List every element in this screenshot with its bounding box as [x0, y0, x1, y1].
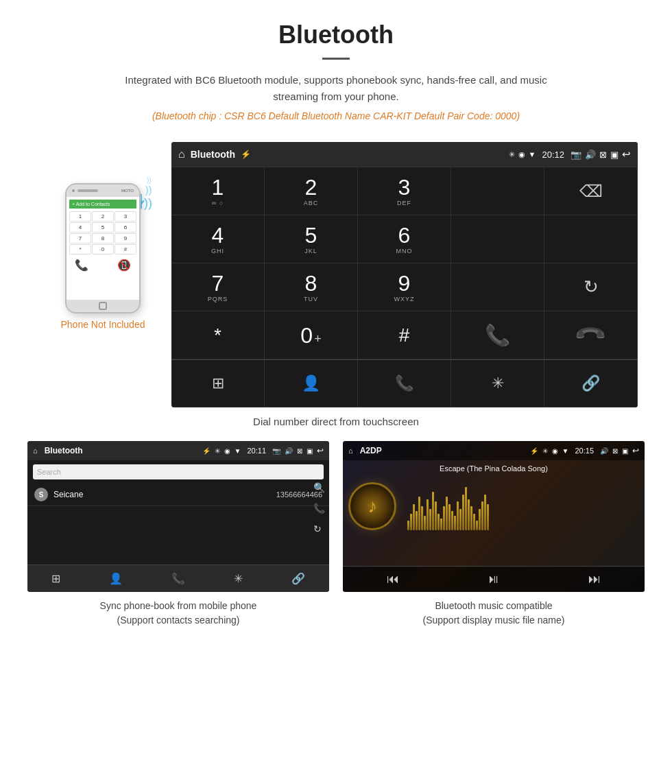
phone-key-8[interactable]: 8	[92, 233, 114, 243]
key-5[interactable]: 5 JKL	[265, 215, 358, 263]
phone-key-3[interactable]: 3	[115, 211, 136, 222]
stop-icon[interactable]: ⊠	[599, 150, 607, 160]
usb-icon: ⚡	[241, 150, 251, 159]
dial-caption: Dial number direct from touchscreen	[253, 416, 419, 427]
viz-bar	[416, 511, 418, 530]
phone-call-buttons: 📞 📵	[69, 259, 136, 272]
phone-key-star[interactable]: *	[69, 244, 91, 254]
key-8[interactable]: 8 TUV	[265, 263, 358, 311]
pb-search-icon[interactable]: 🔍	[313, 482, 325, 493]
phone-with-bt: )) )) )) ✓ ⬓ MOTO + Add to Contacts	[65, 183, 141, 313]
camera-icon[interactable]: 📷	[571, 150, 581, 160]
music-win-icon[interactable]: ▣	[622, 447, 628, 455]
pb-stop-icon[interactable]: ⊠	[297, 447, 302, 455]
viz-bar	[468, 499, 470, 531]
play-pause-btn[interactable]: ⏯	[488, 572, 500, 586]
key-7[interactable]: 7 PQRS	[171, 263, 265, 311]
bottom-contacts-icon[interactable]: 👤	[265, 359, 358, 407]
phone-key-2[interactable]: 2	[92, 211, 114, 222]
bottom-link-icon[interactable]: 🔗	[544, 359, 638, 407]
music-back-icon[interactable]: ↩	[632, 446, 639, 455]
dial-status-bar: ⌂ Bluetooth ⚡ ✳ ◉ ▼ 20:12 📷 🔊 ⊠ ▣ ↩	[171, 142, 638, 167]
viz-bar	[470, 506, 472, 530]
key-delete[interactable]: ⌫	[544, 167, 638, 215]
pb-right-icons: 🔍 📞 ↻	[313, 482, 325, 534]
status-title: Bluetooth	[191, 149, 235, 160]
header-divider	[322, 58, 350, 60]
phone-top-bar: MOTO	[67, 185, 139, 197]
phone-home-btn[interactable]	[99, 302, 107, 310]
viz-bar	[473, 514, 475, 531]
phone-end-btn[interactable]: 📵	[117, 259, 131, 272]
pb-call-icon[interactable]: 📞	[313, 503, 325, 514]
phonebook-contact-row[interactable]: S Seicane 13566664466	[27, 484, 329, 506]
pb-person-icon[interactable]: 👤	[109, 572, 123, 585]
music-mockup: ⌂ A2DP ⚡ ✳ ◉ ▼ 20:15 🔊 ⊠ ▣ ↩ Escape (The…	[343, 441, 645, 592]
pb-vol-icon[interactable]: 🔊	[285, 447, 293, 455]
music-usb-icon: ⚡	[530, 447, 538, 455]
dial-screen-mockup: ⌂ Bluetooth ⚡ ✳ ◉ ▼ 20:12 📷 🔊 ⊠ ▣ ↩	[171, 142, 638, 407]
header-description: Integrated with BC6 Bluetooth module, su…	[103, 72, 569, 105]
album-art: ♪	[348, 482, 396, 530]
main-content: )) )) )) ✓ ⬓ MOTO + Add to Contacts	[0, 128, 672, 641]
phone-call-btn[interactable]: 📞	[75, 259, 88, 272]
phonebook-search-row: Search	[27, 460, 329, 484]
key-4[interactable]: 4 GHI	[171, 215, 265, 263]
pb-win-icon[interactable]: ▣	[307, 447, 313, 455]
phone-key-0[interactable]: 0	[92, 244, 114, 254]
key-reload[interactable]: ↻	[544, 263, 638, 311]
viz-bar	[410, 514, 412, 531]
key-6[interactable]: 6 MNO	[358, 215, 451, 263]
pb-sync-icon[interactable]: ↻	[313, 523, 325, 534]
phone-carrier: MOTO	[101, 189, 134, 193]
phone-key-hash[interactable]: #	[115, 244, 136, 254]
phone-key-1[interactable]: 1	[69, 211, 91, 222]
phonebook-mockup: ⌂ Bluetooth ⚡ ✳ ◉ ▼ 20:11 📷 🔊 ⊠ ▣ ↩ Se	[27, 441, 329, 592]
pb-link-icon[interactable]: 🔗	[291, 572, 305, 585]
viz-bar	[427, 499, 429, 531]
key-3[interactable]: 3 DEF	[358, 167, 451, 215]
phone-key-7[interactable]: 7	[69, 233, 91, 243]
home-icon[interactable]: ⌂	[178, 148, 185, 161]
bottom-grid-icon[interactable]: ⊞	[171, 359, 265, 407]
key-0[interactable]: 0 +	[265, 311, 358, 359]
music-stop-icon[interactable]: ⊠	[612, 447, 618, 455]
back-icon[interactable]: ↩	[622, 148, 631, 161]
phone-key-4[interactable]: 4	[69, 222, 91, 233]
viz-bar	[484, 495, 486, 531]
pb-phone-icon[interactable]: 📞	[171, 572, 185, 585]
phone-add-contacts: + Add to Contacts	[72, 202, 110, 206]
music-time: 20:15	[575, 447, 594, 455]
phonebook-search-box[interactable]: Search	[33, 464, 324, 479]
key-2[interactable]: 2 ABC	[265, 167, 358, 215]
pb-cam-icon[interactable]: 📷	[272, 447, 280, 455]
pb-home-icon[interactable]: ⌂	[33, 447, 38, 455]
next-btn[interactable]: ⏭	[588, 572, 601, 586]
pb-loc-icon: ◉	[224, 447, 230, 455]
phone-key-9[interactable]: 9	[115, 233, 136, 243]
music-home-icon[interactable]: ⌂	[348, 447, 353, 455]
key-9[interactable]: 9 WXYZ	[358, 263, 451, 311]
music-screen-item: ⌂ A2DP ⚡ ✳ ◉ ▼ 20:15 🔊 ⊠ ▣ ↩ Escape (The…	[343, 441, 645, 628]
volume-icon[interactable]: 🔊	[585, 150, 596, 160]
pb-bt-bottom-icon[interactable]: ✳	[234, 572, 243, 585]
key-star[interactable]: *	[171, 311, 265, 359]
key-call-red[interactable]: 📞	[544, 311, 638, 359]
bottom-phone-icon[interactable]: 📞	[358, 359, 451, 407]
key-1[interactable]: 1 ∞ ○	[171, 167, 265, 215]
header-specs: (Bluetooth chip : CSR BC6 Default Blueto…	[14, 110, 658, 121]
phone-key-6[interactable]: 6	[115, 222, 136, 233]
bottom-bt-icon[interactable]: ✳	[451, 359, 544, 407]
music-sig-icon: ▼	[562, 447, 569, 455]
prev-btn[interactable]: ⏮	[387, 572, 399, 586]
music-album-area: ♪	[343, 477, 645, 536]
pb-back-icon[interactable]: ↩	[317, 446, 324, 455]
key-hash[interactable]: #	[358, 311, 451, 359]
window-icon[interactable]: ▣	[610, 150, 619, 160]
key-call-green[interactable]: 📞	[451, 311, 544, 359]
music-vol-icon[interactable]: 🔊	[600, 447, 608, 455]
music-loc-icon: ◉	[552, 447, 558, 455]
viz-bar	[413, 504, 415, 531]
pb-grid-icon[interactable]: ⊞	[51, 572, 60, 585]
phone-key-5[interactable]: 5	[92, 222, 114, 233]
